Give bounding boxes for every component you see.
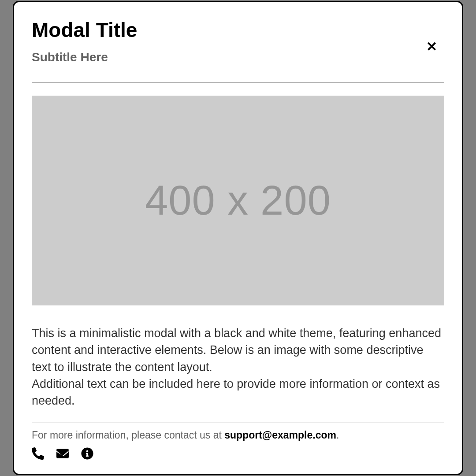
body-paragraph-2: Additional text can be included here to … — [32, 377, 440, 407]
footer-email: support@example.com — [224, 429, 336, 441]
envelope-icon[interactable] — [56, 447, 70, 460]
modal-subtitle: Subtitle Here — [32, 50, 444, 64]
header-divider — [32, 82, 444, 82]
footer-text: For more information, please contact us … — [32, 429, 444, 441]
body-paragraph-1: This is a minimalistic modal with a blac… — [32, 327, 441, 374]
info-circle-icon[interactable] — [81, 447, 93, 460]
modal-body-text: This is a minimalistic modal with a blac… — [32, 325, 444, 409]
footer-divider — [32, 423, 444, 423]
footer-prefix: For more information, please contact us … — [32, 429, 224, 441]
close-button[interactable]: ✕ — [426, 40, 437, 53]
modal-dialog: ✕ Modal Title Subtitle Here 400 x 200 Th… — [13, 1, 463, 475]
phone-icon[interactable] — [32, 447, 44, 460]
placeholder-image-label: 400 x 200 — [145, 177, 331, 224]
footer-icon-row — [32, 447, 444, 460]
footer-suffix: . — [336, 429, 339, 441]
modal-title: Modal Title — [32, 19, 444, 41]
placeholder-image: 400 x 200 — [32, 96, 444, 305]
